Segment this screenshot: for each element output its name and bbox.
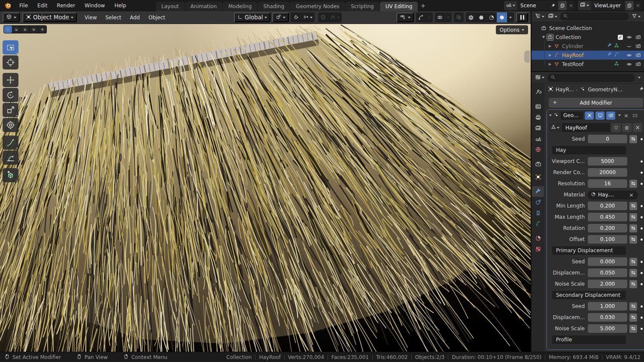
animate-dot[interactable] xyxy=(641,238,643,241)
input-attribute-toggle[interactable] xyxy=(629,213,637,221)
overlays-dropdown[interactable] xyxy=(445,12,452,22)
modifier-name-field[interactable]: Geo... xyxy=(561,112,583,120)
workspace-tab-shading[interactable]: Shading xyxy=(258,2,290,11)
edit-mode-toggle[interactable] xyxy=(585,112,594,120)
value-field[interactable]: 0.050 xyxy=(588,268,627,277)
shading-rendered[interactable] xyxy=(497,12,507,22)
shading-material-preview[interactable] xyxy=(486,12,497,22)
properties-tab-modifiers[interactable] xyxy=(532,186,544,197)
breadcrumb-object[interactable]: HayR... xyxy=(556,87,574,93)
copy-node-group-button[interactable] xyxy=(622,123,632,132)
select-mode-subtract-icon[interactable] xyxy=(21,26,29,33)
realtime-toggle[interactable] xyxy=(595,112,605,120)
properties-tab-collection[interactable] xyxy=(532,159,544,169)
tool-select-box[interactable] xyxy=(3,40,18,54)
value-field[interactable]: 1.000 xyxy=(588,302,627,311)
xray-toggle[interactable] xyxy=(454,12,464,22)
menu-window[interactable]: Window xyxy=(80,3,109,9)
animate-dot[interactable] xyxy=(641,317,643,319)
value-field[interactable]: 0.100 xyxy=(588,235,627,244)
editor-type-button[interactable] xyxy=(3,12,20,22)
node-group-browse-button[interactable] xyxy=(550,123,561,132)
animate-dot[interactable] xyxy=(641,227,643,229)
properties-tab-scene[interactable] xyxy=(532,133,544,144)
input-attribute-toggle[interactable] xyxy=(629,180,637,188)
animate-dot[interactable] xyxy=(641,272,643,274)
viewport-menu-object[interactable]: Object xyxy=(144,15,170,21)
outliner-display-mode-button[interactable] xyxy=(547,12,558,21)
disclosure-icon[interactable]: ▶ xyxy=(547,44,553,48)
new-viewlayer-button[interactable] xyxy=(625,1,634,10)
tool-rotate[interactable] xyxy=(3,88,18,102)
viewport-menu-add[interactable]: Add xyxy=(125,15,144,21)
panel-header-secondary-displacement[interactable]: Secondary Displacement xyxy=(552,291,626,299)
eye-icon[interactable] xyxy=(625,52,633,58)
value-field[interactable]: 5.000 xyxy=(588,324,627,333)
collapse-chevron-icon[interactable] xyxy=(549,115,552,116)
node-group-name-field[interactable]: HayRoof xyxy=(562,123,610,132)
properties-options-button[interactable] xyxy=(637,73,641,82)
tool-add-cube[interactable] xyxy=(3,168,18,182)
workspace-tab-animation[interactable]: Animation xyxy=(185,2,222,11)
outliner-row-collection[interactable]: ▼Collection✓ xyxy=(532,33,644,42)
workspace-tab-geometry-nodes[interactable]: Geometry Nodes xyxy=(290,2,345,11)
pivot-dropdown[interactable] xyxy=(272,12,289,22)
tool-cursor[interactable] xyxy=(3,55,18,69)
viewport-menu-view[interactable]: View xyxy=(80,15,101,21)
value-field[interactable]: 5000 xyxy=(588,157,627,166)
input-attribute-toggle[interactable] xyxy=(629,314,637,322)
animate-dot[interactable] xyxy=(641,305,643,308)
viewport-menu-select[interactable]: Select xyxy=(101,15,125,21)
properties-editor-type-button[interactable] xyxy=(534,73,545,82)
tool-move[interactable] xyxy=(3,73,18,87)
menu-help[interactable]: Help xyxy=(109,3,131,9)
render-toggle[interactable] xyxy=(606,112,615,120)
shading-dropdown[interactable] xyxy=(507,12,514,22)
camera-icon[interactable] xyxy=(634,34,642,40)
workspace-tab-modeling[interactable]: Modeling xyxy=(223,2,258,11)
workspace-tab-scripting[interactable]: Scripting xyxy=(345,2,379,11)
input-attribute-toggle[interactable] xyxy=(629,235,637,244)
properties-search-input[interactable] xyxy=(547,74,635,82)
workspace-tab-uv-editing[interactable]: UV Editing xyxy=(380,2,418,11)
delete-scene-button[interactable]: × xyxy=(567,1,575,10)
breadcrumb-nodes[interactable]: GeometryN... xyxy=(588,87,622,93)
value-field[interactable]: 2.000 xyxy=(588,280,627,288)
properties-tab-constraints[interactable] xyxy=(532,208,544,218)
value-field[interactable]: 0.200 xyxy=(588,202,627,210)
properties-tab-view-layer[interactable] xyxy=(532,123,544,133)
menu-file[interactable]: File xyxy=(15,3,33,9)
options-dropdown[interactable]: Options xyxy=(496,25,528,34)
proportional-toggle[interactable] xyxy=(318,12,328,22)
material-field[interactable]: Hay....× xyxy=(588,190,638,199)
animate-dot[interactable] xyxy=(641,172,643,174)
eye-icon[interactable] xyxy=(625,34,633,40)
eye-icon[interactable] xyxy=(625,61,633,67)
animate-dot[interactable] xyxy=(641,328,643,330)
scene-name[interactable]: Scene xyxy=(517,3,549,9)
disclosure-icon[interactable]: ▶ xyxy=(547,62,553,66)
delete-viewlayer-button[interactable]: × xyxy=(634,1,642,10)
animate-dot[interactable] xyxy=(641,216,643,218)
snap-toggle[interactable] xyxy=(291,12,301,22)
tool-scale[interactable] xyxy=(3,103,18,117)
disclosure-icon[interactable]: ▼ xyxy=(541,35,547,39)
animate-dot[interactable] xyxy=(641,138,643,140)
properties-tab-physics[interactable] xyxy=(532,197,544,208)
select-mode-invert-icon[interactable] xyxy=(30,26,38,33)
value-field[interactable]: 16 xyxy=(588,179,627,188)
viewlayer-name[interactable]: ViewLayer xyxy=(591,3,624,9)
add-workspace-button[interactable]: + xyxy=(418,1,428,10)
value-field[interactable]: 0.000 xyxy=(588,257,627,266)
properties-tab-texture[interactable] xyxy=(532,244,544,254)
input-attribute-toggle[interactable] xyxy=(629,280,637,288)
animate-dot[interactable] xyxy=(641,183,643,185)
viewlayer-browse-button[interactable] xyxy=(578,1,591,10)
input-attribute-toggle[interactable] xyxy=(629,224,637,232)
animate-dot[interactable] xyxy=(641,283,643,285)
properties-tab-object[interactable] xyxy=(532,172,544,182)
animate-dot[interactable] xyxy=(641,160,643,163)
viewport-3d[interactable]: Options xyxy=(0,24,531,352)
collection-checkbox[interactable]: ✓ xyxy=(617,35,624,40)
pause-button[interactable] xyxy=(516,12,528,22)
